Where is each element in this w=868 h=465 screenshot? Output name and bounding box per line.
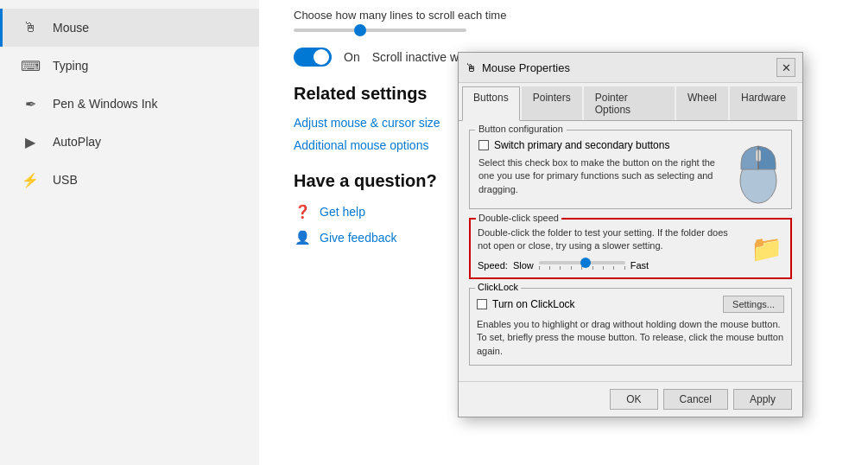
pen-icon: ✒ xyxy=(20,93,41,114)
scroll-label: Choose how many lines to scroll each tim… xyxy=(294,9,833,22)
speed-slider[interactable] xyxy=(539,261,625,264)
dialog-titlebar: 🖱 Mouse Properties ✕ xyxy=(459,53,802,83)
speed-label: Speed: xyxy=(478,260,508,271)
clicklock-row: Turn on ClickLock Settings... xyxy=(477,296,784,313)
dialog-title-text: Mouse Properties xyxy=(482,61,776,74)
double-click-desc: Double-click the folder to test your set… xyxy=(478,226,740,253)
button-config-label: Button configuration xyxy=(475,124,567,134)
tab-pointers[interactable]: Pointers xyxy=(522,86,582,120)
button-config-desc: Select this check box to make the button… xyxy=(478,156,726,196)
sidebar-label-pen: Pen & Windows Ink xyxy=(53,97,157,111)
button-config-section: Button configuration Switch primary and … xyxy=(469,130,792,209)
dialog-body: Button configuration Switch primary and … xyxy=(459,121,802,381)
sidebar-item-autoplay[interactable]: ▶ AutoPlay xyxy=(0,123,259,161)
config-left: Switch primary and secondary buttons Sel… xyxy=(478,139,726,196)
double-click-text: Double-click the folder to test your set… xyxy=(478,226,740,271)
button-config-row: Switch primary and secondary buttons Sel… xyxy=(478,139,782,200)
tab-hardware[interactable]: Hardware xyxy=(730,86,797,120)
help-icon: ❓ xyxy=(294,203,311,220)
clicklock-checkbox-label: Turn on ClickLock xyxy=(492,298,575,310)
speed-slider-thumb[interactable] xyxy=(580,258,591,268)
main-content: Choose how many lines to scroll each tim… xyxy=(259,0,868,465)
tab-buttons[interactable]: Buttons xyxy=(462,86,520,121)
scroll-slider[interactable] xyxy=(294,29,466,32)
double-click-content: Double-click the folder to test your set… xyxy=(478,226,783,271)
hover-toggle[interactable] xyxy=(294,48,332,67)
sidebar-item-pen[interactable]: ✒ Pen & Windows Ink xyxy=(0,85,259,123)
clicklock-label: ClickLock xyxy=(475,282,521,292)
autoplay-icon: ▶ xyxy=(20,131,41,152)
dialog-close-button[interactable]: ✕ xyxy=(776,58,795,77)
get-help-label: Get help xyxy=(320,205,365,219)
fast-label: Fast xyxy=(630,260,649,271)
tab-pointer-options[interactable]: Pointer Options xyxy=(584,86,675,120)
speed-row: Speed: Slow xyxy=(478,260,740,271)
ok-button[interactable]: OK xyxy=(610,389,657,410)
clicklock-section: ClickLock Turn on ClickLock Settings... … xyxy=(469,288,792,366)
double-click-section: Double-click speed Double-click the fold… xyxy=(469,218,792,279)
dialog-tabs: Buttons Pointers Pointer Options Wheel H… xyxy=(459,83,802,121)
cancel-button[interactable]: Cancel xyxy=(663,389,728,410)
sidebar-label-usb: USB xyxy=(53,173,78,187)
toggle-knob xyxy=(314,49,329,65)
clicklock-desc: Enables you to highlight or drag without… xyxy=(477,318,784,358)
slow-label: Slow xyxy=(513,260,534,271)
double-click-label: Double-click speed xyxy=(476,213,561,223)
dialog-title-icon: 🖱 xyxy=(466,61,477,74)
usb-icon: ⚡ xyxy=(20,169,41,190)
mouse-properties-dialog: 🖱 Mouse Properties ✕ Buttons Pointers Po… xyxy=(458,52,803,417)
sidebar-label-mouse: Mouse xyxy=(53,21,89,35)
mouse-icon: 🖱 xyxy=(20,17,41,38)
primary-secondary-checkbox[interactable] xyxy=(478,140,489,150)
mouse-illustration xyxy=(735,139,782,200)
sidebar-label-typing: Typing xyxy=(53,59,88,73)
tab-wheel[interactable]: Wheel xyxy=(676,86,728,120)
sidebar-label-autoplay: AutoPlay xyxy=(53,135,101,149)
scroll-slider-thumb[interactable] xyxy=(354,24,366,36)
speed-slider-container xyxy=(539,261,625,270)
sidebar-item-usb[interactable]: ⚡ USB xyxy=(0,161,259,199)
give-feedback-label: Give feedback xyxy=(320,231,397,245)
sidebar: 🖱 Mouse ⌨ Typing ✒ Pen & Windows Ink ▶ A… xyxy=(0,0,259,465)
apply-button[interactable]: Apply xyxy=(733,389,792,410)
toggle-label: On xyxy=(344,50,360,64)
clicklock-checkbox[interactable] xyxy=(477,299,487,309)
sidebar-item-mouse[interactable]: 🖱 Mouse xyxy=(0,9,259,47)
dialog-footer: OK Cancel Apply xyxy=(459,381,802,417)
feedback-icon: 👤 xyxy=(294,229,311,246)
primary-secondary-checkbox-row: Switch primary and secondary buttons xyxy=(478,139,726,151)
clicklock-settings-button[interactable]: Settings... xyxy=(723,296,784,313)
typing-icon: ⌨ xyxy=(20,55,41,76)
sidebar-item-typing[interactable]: ⌨ Typing xyxy=(0,47,259,85)
primary-secondary-label: Switch primary and secondary buttons xyxy=(494,139,669,151)
folder-icon[interactable]: 📁 xyxy=(749,231,783,265)
